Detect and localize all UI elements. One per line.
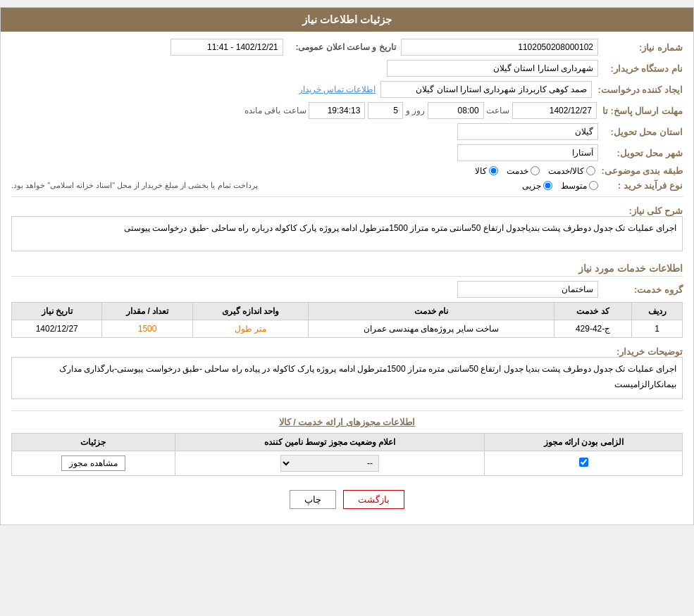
content-area: شماره نیاز: تاریخ و ساعت اعلان عمومی: نا…: [1, 32, 693, 524]
sharh-box: اجرای عملیات تک جدول دوطرف پشت بندیاجدول…: [11, 216, 683, 251]
label-baqi: ساعت باقی مانده: [244, 106, 306, 115]
radio-kala-khadamat-input[interactable]: [586, 166, 595, 175]
mojaz-section-link[interactable]: اطلاعات مجوزهای ارائه خدمت / کالا: [11, 417, 683, 427]
td-radif: 1: [632, 320, 683, 338]
btn-print[interactable]: چاپ: [290, 490, 336, 509]
th-vahad: واحد اندازه گیری: [192, 303, 308, 320]
khadamat-table: ردیف کد خدمت نام خدمت واحد اندازه گیری ت…: [11, 302, 683, 338]
label-sharh: شرح کلی نیاز:: [598, 203, 683, 216]
td-joziyat: مشاهده مجوز: [12, 451, 175, 476]
input-ostan[interactable]: [457, 123, 598, 140]
input-group[interactable]: [457, 281, 598, 298]
label-nav: نوع فرآیند خرید :: [598, 180, 683, 191]
th-tedad: تعداد / مقدار: [102, 303, 192, 320]
radio-kala-label: کالا: [475, 166, 487, 176]
main-container: جزئیات اطلاعات نیاز شماره نیاز: تاریخ و …: [0, 7, 694, 525]
th-nam: نام خدمت: [309, 303, 554, 320]
td-kod: ج-42-429: [554, 320, 632, 338]
row-ijad: ایجاد کننده درخواست: اطلاعات تماس خریدار: [11, 81, 683, 98]
label-tabaqe: طبقه بندی موضوعی:: [595, 165, 683, 176]
radio-jozii: جزیی: [522, 181, 552, 191]
radio-khadamat: خدمت: [507, 166, 540, 176]
khadamat-section-title: اطلاعات خدمات مورد نیاز: [11, 263, 683, 277]
separator-1: [11, 196, 683, 197]
label-tarikh: تاریخ و ساعت اعلان عمومی:: [283, 42, 396, 52]
mojaz-row: -- مشاهده مجوز: [12, 451, 683, 476]
btn-back[interactable]: بازگشت: [343, 490, 404, 509]
label-shahr: شهر محل تحویل:: [598, 148, 683, 158]
label-mohlat: مهلت ارسال پاسخ: تا: [597, 106, 683, 116]
page-header: جزئیات اطلاعات نیاز: [1, 8, 693, 32]
row-mohlat: مهلت ارسال پاسخ: تا ساعت روز و ساعت باقی…: [11, 102, 683, 119]
th-radif: ردیف: [632, 303, 683, 320]
radio-kala-input[interactable]: [489, 166, 498, 175]
input-saat[interactable]: [428, 102, 484, 119]
td-vaziat: --: [175, 451, 485, 476]
td-tedad: 1500: [102, 320, 192, 338]
input-shahr[interactable]: [457, 144, 598, 161]
sharh-text: اجرای عملیات تک جدول دوطرف پشت بندیاجدول…: [124, 223, 676, 233]
row-tozihat: توضیحات خریدار: اجرای عملیات تک جدول دوط…: [11, 344, 683, 405]
nav-note: پرداخت تمام یا بخشی از مبلغ خریدار از مح…: [11, 181, 258, 190]
radio-kala-khadamat-label: کالا/خدمت: [548, 166, 584, 176]
radio-khadamat-label: خدمت: [507, 166, 528, 176]
th-elzami: الزامی بودن ارائه مجوز: [485, 434, 683, 451]
tozihat-text: اجرای عملیات تک جدول دوطرف پشت بندیا جدو…: [59, 364, 676, 389]
th-tarikh: تاریخ نیاز: [12, 303, 102, 320]
btn-view-mojaz[interactable]: مشاهده مجوز: [61, 455, 125, 471]
label-ostan: استان محل تحویل:: [598, 127, 683, 137]
td-vahad: متر طول: [192, 320, 308, 338]
separator-2: [11, 410, 683, 411]
radio-jozii-label: جزیی: [522, 181, 541, 191]
radio-motaveset: متوسط: [561, 181, 598, 191]
input-dasgah[interactable]: [387, 60, 598, 77]
th-vaziat: اعلام وضعیت مجوز توسط نامین کننده: [175, 434, 485, 451]
footer-buttons: بازگشت چاپ: [11, 482, 683, 517]
input-baqi[interactable]: [309, 102, 365, 119]
radio-kala-khadamat: کالا/خدمت: [548, 166, 595, 176]
input-tarikh[interactable]: [171, 39, 283, 56]
mojaz-table: الزامی بودن ارائه مجوز اعلام وضعیت مجوز …: [11, 433, 683, 476]
td-tarikh: 1402/12/27: [12, 320, 102, 338]
radio-kala: کالا: [475, 166, 498, 176]
input-shomare[interactable]: [401, 39, 598, 56]
row-sharh: شرح کلی نیاز: اجرای عملیات تک جدول دوطرف…: [11, 203, 683, 257]
label-shomare: شماره نیاز:: [598, 42, 683, 53]
checkbox-elzami[interactable]: [579, 458, 588, 467]
label-tozihat: توضیحات خریدار:: [598, 344, 683, 357]
label-dasgah: نام دستگاه خریدار:: [598, 63, 683, 74]
label-saat: ساعت: [486, 106, 509, 115]
radio-motaveset-label: متوسط: [561, 181, 587, 191]
input-ijad[interactable]: [380, 81, 592, 98]
label-ijad: ایجاد کننده درخواست:: [592, 84, 683, 95]
row-tabaqe: طبقه بندی موضوعی: کالا/خدمت خدمت کالا: [11, 165, 683, 176]
row-nav: نوع فرآیند خرید : متوسط جزیی پرداخت تمام…: [11, 180, 683, 191]
page-title: جزئیات اطلاعات نیاز: [302, 13, 392, 25]
td-nam: ساخت سایر پروژه‌های مهندسی عمران: [309, 320, 554, 338]
td-elzami: [485, 451, 683, 476]
th-kod: کد خدمت: [554, 303, 632, 320]
table-row: 1 ج-42-429 ساخت سایر پروژه‌های مهندسی عم…: [12, 320, 683, 338]
th-joziyat: جزئیات: [12, 434, 175, 451]
row-ostan: استان محل تحویل:: [11, 123, 683, 140]
input-roz[interactable]: [368, 102, 403, 119]
radio-jozii-input[interactable]: [543, 181, 552, 190]
row-group-khadamat: گروه خدمت:: [11, 281, 683, 298]
contact-link[interactable]: اطلاعات تماس خریدار: [299, 84, 376, 94]
tozihat-box: اجرای عملیات تک جدول دوطرف پشت بندیا جدو…: [11, 357, 683, 399]
radio-khadamat-input[interactable]: [531, 166, 540, 175]
label-roz: روز و: [406, 106, 425, 115]
input-mohlat-date[interactable]: [512, 102, 597, 119]
row-shomara: شماره نیاز: تاریخ و ساعت اعلان عمومی:: [11, 39, 683, 56]
radio-motaveset-input[interactable]: [589, 181, 598, 190]
row-dasgah: نام دستگاه خریدار:: [11, 60, 683, 77]
select-vaziat[interactable]: --: [280, 455, 379, 472]
radio-group-tabaqe: کالا/خدمت خدمت کالا: [11, 166, 595, 176]
radio-group-nav: متوسط جزیی: [263, 181, 598, 191]
label-group: گروه خدمت:: [598, 284, 683, 295]
row-shahr: شهر محل تحویل:: [11, 144, 683, 161]
